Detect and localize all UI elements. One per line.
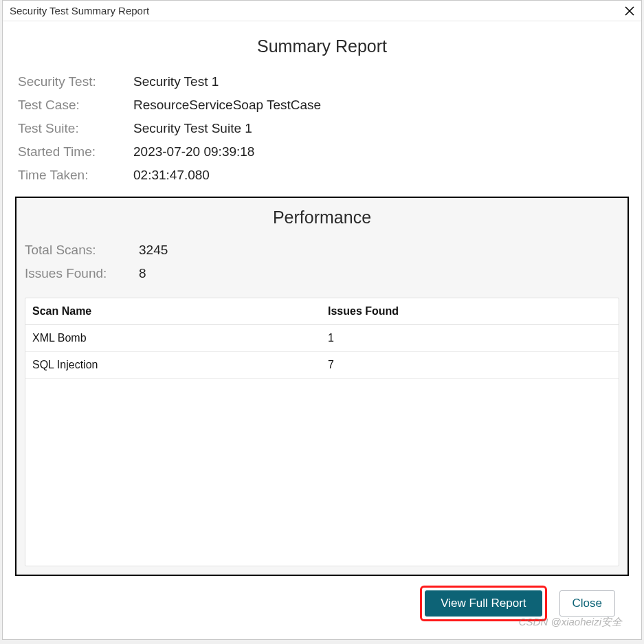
meta-row-started-time: Started Time: 2023-07-20 09:39:18	[15, 140, 629, 164]
meta-value: 2023-07-20 09:39:18	[133, 144, 254, 159]
window-title: Security Test Summary Report	[10, 5, 149, 16]
table-row: SQL Injection 7	[25, 352, 619, 379]
scan-cell-name: SQL Injection	[32, 359, 328, 371]
meta-row-security-test: Security Test: Security Test 1	[15, 70, 629, 93]
scan-table: Scan Name Issues Found XML Bomb 1 SQL In…	[25, 298, 619, 566]
perf-row-issues-found: Issues Found: 8	[25, 262, 619, 285]
scan-table-header: Scan Name Issues Found	[25, 298, 619, 325]
meta-value: Security Test Suite 1	[133, 121, 252, 136]
meta-label: Time Taken:	[18, 168, 133, 183]
perf-value: 8	[139, 266, 146, 281]
performance-panel: Performance Total Scans: 3245 Issues Fou…	[15, 197, 629, 576]
dialog-footer: View Full Report Close	[15, 576, 629, 630]
highlight-box: View Full Report	[420, 586, 546, 621]
meta-value: ResourceServiceSoap TestCase	[133, 98, 321, 113]
report-meta: Security Test: Security Test 1 Test Case…	[15, 70, 629, 187]
meta-row-test-suite: Test Suite: Security Test Suite 1	[15, 117, 629, 140]
scan-cell-issues: 1	[328, 332, 612, 344]
meta-label: Test Case:	[18, 98, 133, 113]
meta-value: Security Test 1	[133, 74, 219, 89]
meta-row-test-case: Test Case: ResourceServiceSoap TestCase	[15, 93, 629, 117]
close-button[interactable]: Close	[559, 590, 615, 617]
meta-label: Security Test:	[18, 74, 133, 89]
scan-cell-issues: 7	[328, 359, 612, 371]
dialog-content: Summary Report Security Test: Security T…	[3, 21, 641, 639]
scan-header-name: Scan Name	[32, 305, 328, 318]
perf-value: 3245	[139, 243, 168, 258]
report-heading: Summary Report	[15, 36, 629, 56]
close-icon[interactable]	[623, 5, 636, 17]
titlebar: Security Test Summary Report	[3, 1, 641, 21]
performance-heading: Performance	[25, 208, 619, 227]
perf-label: Issues Found:	[25, 266, 139, 281]
summary-report-dialog: Security Test Summary Report Summary Rep…	[2, 0, 642, 640]
meta-value: 02:31:47.080	[133, 168, 210, 183]
scan-header-issues: Issues Found	[328, 305, 612, 318]
perf-row-total-scans: Total Scans: 3245	[25, 238, 619, 262]
perf-label: Total Scans:	[25, 243, 139, 258]
view-full-report-button[interactable]: View Full Report	[425, 590, 542, 617]
meta-row-time-taken: Time Taken: 02:31:47.080	[15, 164, 629, 187]
meta-label: Test Suite:	[18, 121, 133, 136]
table-row: XML Bomb 1	[25, 325, 619, 352]
meta-label: Started Time:	[18, 144, 133, 159]
scan-cell-name: XML Bomb	[32, 332, 328, 344]
